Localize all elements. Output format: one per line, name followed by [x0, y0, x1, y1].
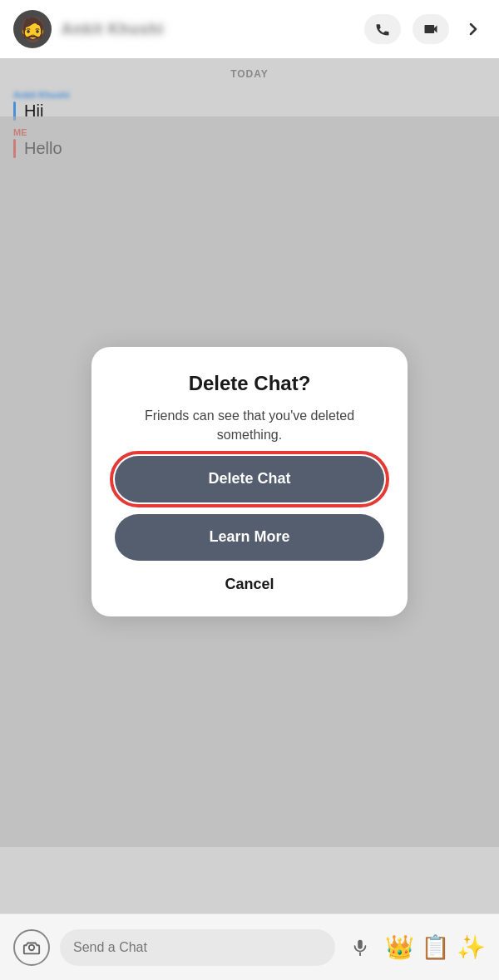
learn-more-button[interactable]: Learn More: [115, 514, 384, 561]
emoji-button-2[interactable]: 📋: [421, 933, 450, 961]
phone-button[interactable]: [364, 14, 401, 44]
avatar[interactable]: 🧔: [13, 10, 52, 48]
video-icon: [422, 21, 439, 37]
emoji-button-3[interactable]: ✨: [457, 933, 486, 961]
camera-icon: [22, 938, 41, 957]
delete-chat-button[interactable]: Delete Chat: [115, 456, 384, 502]
video-button[interactable]: [413, 14, 449, 44]
dialog-title: Delete Chat?: [189, 372, 311, 395]
chevron-right-icon: [463, 19, 483, 39]
bottom-bar: 👑 📋 ✨: [0, 913, 499, 980]
contact-name[interactable]: Ankit Khushi: [62, 21, 354, 38]
svg-rect-1: [358, 939, 363, 948]
delete-chat-dialog: Delete Chat? Friends can see that you've…: [91, 347, 408, 616]
sender-name-1: Ankit Khushi: [13, 90, 486, 100]
chat-area: TODAY Ankit Khushi Hii ME Hello Delete C…: [0, 58, 499, 913]
mic-button[interactable]: [345, 933, 375, 963]
cancel-button[interactable]: Cancel: [225, 572, 274, 596]
more-button[interactable]: [461, 14, 486, 44]
camera-button[interactable]: [13, 929, 50, 966]
chat-input[interactable]: [60, 929, 335, 966]
mic-icon: [351, 938, 369, 957]
avatar-emoji: 🧔: [18, 16, 47, 43]
phone-icon: [374, 21, 391, 37]
emoji-button-1[interactable]: 👑: [385, 933, 414, 961]
dialog-description: Friends can see that you've deleted some…: [115, 407, 384, 444]
emoji-buttons: 👑 📋 ✨: [385, 933, 486, 961]
chat-header: 🧔 Ankit Khushi: [0, 0, 499, 58]
modal-overlay: Delete Chat? Friends can see that you've…: [0, 116, 499, 847]
header-icons: [364, 14, 486, 44]
date-label: TODAY: [0, 58, 499, 88]
svg-point-0: [29, 944, 34, 949]
